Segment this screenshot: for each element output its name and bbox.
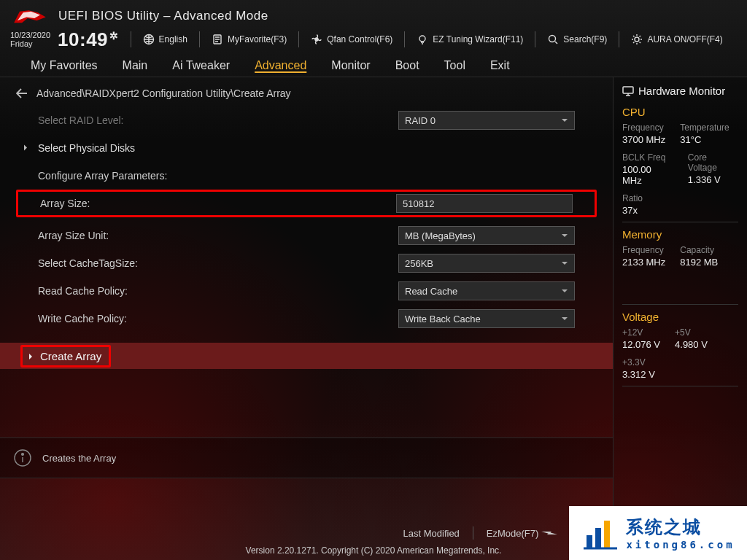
breadcrumb: Advanced\RAIDXpert2 Configuration Utilit… bbox=[36, 88, 291, 99]
document-icon bbox=[212, 34, 223, 45]
row-select-raid-level: Select RAID Level: RAID 0 bbox=[16, 106, 597, 134]
row-cache-tag-size: Select CacheTagSize: 256KB bbox=[16, 249, 597, 277]
language-button[interactable]: English bbox=[143, 34, 187, 45]
myfavorite-button[interactable]: MyFavorite(F3) bbox=[212, 34, 287, 45]
watermark: 系统之城 xitong86.com bbox=[569, 506, 747, 560]
cpu-frequency: 3700 MHz bbox=[622, 134, 665, 145]
rog-logo-icon bbox=[12, 6, 48, 26]
row-array-size: Array Size: 510812 bbox=[16, 190, 597, 217]
cpu-core-voltage: 1.336 V bbox=[688, 174, 738, 185]
help-strip: Creates the Array bbox=[0, 438, 613, 478]
version-text: Version 2.20.1271. Copyright (C) 2020 Am… bbox=[246, 545, 502, 556]
chevron-right-icon bbox=[22, 143, 29, 154]
chevron-down-icon bbox=[561, 286, 568, 297]
row-read-cache-policy: Read Cache Policy: Read Cache bbox=[16, 277, 597, 305]
tab-tool[interactable]: Tool bbox=[444, 59, 465, 77]
qfan-button[interactable]: Qfan Control(F6) bbox=[311, 34, 392, 45]
svg-rect-11 bbox=[604, 521, 610, 548]
app-title: UEFI BIOS Utility – Advanced Mode bbox=[58, 9, 268, 23]
hardware-monitor-title: Hardware Monitor bbox=[622, 82, 738, 103]
row-write-cache-policy: Write Cache Policy: Write Back Cache bbox=[16, 305, 597, 332]
svg-point-3 bbox=[419, 36, 425, 42]
cpu-heading: CPU bbox=[622, 106, 738, 118]
time-display: 10:49✲ bbox=[58, 28, 119, 51]
svg-rect-8 bbox=[623, 87, 633, 93]
chevron-right-icon bbox=[27, 350, 34, 362]
array-size-input[interactable]: 510812 bbox=[396, 194, 573, 213]
row-create-array[interactable]: Create Array bbox=[0, 343, 613, 369]
cache-tag-size-dropdown[interactable]: 256KB bbox=[398, 254, 575, 273]
cpu-bclk: 100.00 MHz bbox=[622, 164, 673, 186]
watermark-logo-icon bbox=[581, 513, 620, 553]
voltage-heading: Voltage bbox=[622, 311, 738, 323]
search-button[interactable]: Search(F9) bbox=[547, 34, 607, 45]
date-display: 10/23/2020 Friday bbox=[10, 31, 50, 48]
voltage-12v: 12.076 V bbox=[622, 339, 660, 350]
tab-monitor[interactable]: Monitor bbox=[331, 59, 370, 77]
tab-advanced[interactable]: Advanced bbox=[255, 59, 306, 77]
cpu-temperature: 31°C bbox=[680, 134, 729, 145]
globe-icon bbox=[143, 34, 155, 45]
eztuning-button[interactable]: EZ Tuning Wizard(F11) bbox=[417, 34, 523, 45]
back-button[interactable] bbox=[16, 88, 28, 98]
last-modified-button[interactable]: Last Modified bbox=[403, 528, 460, 539]
row-select-physical-disks[interactable]: Select Physical Disks bbox=[16, 134, 597, 162]
clock-settings-icon[interactable]: ✲ bbox=[109, 30, 119, 42]
tab-ai-tweaker[interactable]: Ai Tweaker bbox=[172, 59, 230, 77]
chevron-down-icon bbox=[561, 230, 568, 241]
raid-level-dropdown[interactable]: RAID 0 bbox=[398, 111, 575, 130]
tab-boot[interactable]: Boot bbox=[395, 59, 419, 77]
aura-button[interactable]: AURA ON/OFF(F4) bbox=[631, 34, 722, 45]
tab-my-favorites[interactable]: My Favorites bbox=[31, 59, 98, 77]
array-size-unit-dropdown[interactable]: MB (MegaBytes) bbox=[398, 226, 575, 245]
svg-point-7 bbox=[22, 454, 24, 456]
svg-point-4 bbox=[549, 36, 556, 42]
cpu-ratio: 37x bbox=[622, 205, 738, 216]
voltage-3v3: 3.312 V bbox=[622, 369, 738, 380]
svg-rect-10 bbox=[595, 528, 601, 548]
write-cache-policy-dropdown[interactable]: Write Back Cache bbox=[398, 309, 575, 328]
search-icon bbox=[547, 34, 559, 45]
aura-icon bbox=[631, 34, 643, 45]
svg-point-2 bbox=[315, 38, 318, 41]
info-icon bbox=[13, 448, 32, 467]
swap-icon bbox=[538, 528, 557, 539]
tab-exit[interactable]: Exit bbox=[490, 59, 510, 77]
voltage-5v: 4.980 V bbox=[675, 339, 708, 350]
svg-point-5 bbox=[635, 37, 639, 42]
hardware-monitor-panel: Hardware Monitor CPU Frequency3700 MHz T… bbox=[613, 77, 747, 560]
chevron-down-icon bbox=[561, 258, 568, 269]
svg-rect-9 bbox=[587, 535, 592, 548]
memory-heading: Memory bbox=[622, 228, 738, 241]
fan-icon bbox=[311, 34, 322, 45]
memory-capacity: 8192 MB bbox=[680, 257, 718, 268]
main-tabs: My Favorites Main Ai Tweaker Advanced Mo… bbox=[0, 54, 747, 77]
chevron-down-icon bbox=[561, 115, 568, 126]
row-array-size-unit: Array Size Unit: MB (MegaBytes) bbox=[16, 222, 597, 249]
chevron-down-icon bbox=[561, 314, 568, 324]
memory-frequency: 2133 MHz bbox=[622, 257, 665, 268]
row-configure-label: Configure Array Parameters: bbox=[16, 162, 597, 190]
read-cache-policy-dropdown[interactable]: Read Cache bbox=[398, 281, 575, 300]
tab-main[interactable]: Main bbox=[123, 59, 148, 77]
bulb-icon bbox=[417, 34, 428, 45]
ezmode-button[interactable]: EzMode(F7) bbox=[487, 528, 557, 539]
